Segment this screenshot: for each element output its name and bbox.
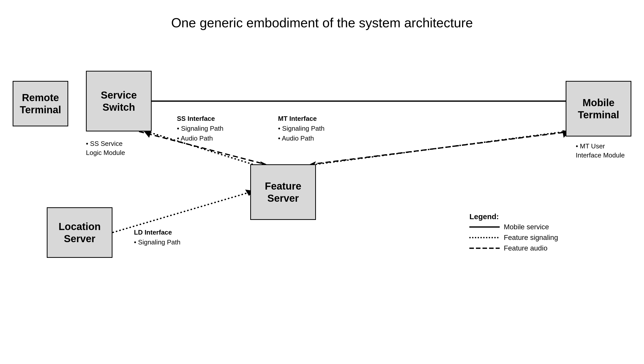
ld-interface-items: • Signaling Path <box>134 238 180 246</box>
location-server-box: LocationServer <box>47 207 112 258</box>
legend-signaling-line <box>469 235 500 240</box>
legend-audio-line <box>469 246 500 251</box>
mt-interface-items: • Signaling Path• Audio Path <box>278 125 325 142</box>
feature-server-box: FeatureServer <box>250 164 316 220</box>
ls-feature-signal-line <box>112 192 250 233</box>
feature-server-label: FeatureServer <box>265 180 302 204</box>
mobile-terminal-box: MobileTerminal <box>566 81 631 136</box>
mt-interface-label: MT Interface • Signaling Path• Audio Pat… <box>278 114 325 143</box>
mt-feature-signal-line <box>316 131 566 164</box>
legend-item-audio: Feature audio <box>469 244 558 252</box>
remote-terminal-box: Remote Terminal <box>13 81 68 126</box>
mt-feature-audio-line <box>311 131 571 164</box>
mt-interface-title: MT Interface <box>278 115 317 122</box>
legend-item-signaling: Feature signaling <box>469 234 558 242</box>
ss-interface-title: SS Interface <box>177 115 215 122</box>
diagram-container: Remote Terminal ServiceSwitch MobileTerm… <box>0 40 644 364</box>
legend-item-mobile: Mobile service <box>469 223 558 231</box>
ss-service-label: • SS Service Logic Module <box>86 139 136 157</box>
remote-terminal-label: Remote Terminal <box>13 92 67 116</box>
ss-interface-items: • Signaling Path• Audio Path <box>177 125 223 142</box>
legend-audio-label: Feature audio <box>504 244 547 252</box>
service-switch-label: ServiceSwitch <box>101 89 137 113</box>
legend-title: Legend: <box>469 212 558 221</box>
legend-mobile-label: Mobile service <box>504 223 549 231</box>
legend-mobile-line <box>469 224 500 230</box>
mt-user-label: • MT User Interface Module <box>576 142 631 160</box>
ld-interface-label: LD Interface • Signaling Path <box>134 228 180 247</box>
ld-interface-title: LD Interface <box>134 229 172 236</box>
location-server-label: LocationServer <box>59 220 101 245</box>
ss-interface-label: SS Interface • Signaling Path• Audio Pat… <box>177 114 223 143</box>
mobile-terminal-label: MobileTerminal <box>578 97 619 121</box>
legend-signaling-label: Feature signaling <box>504 234 558 242</box>
service-switch-box: ServiceSwitch <box>86 71 152 131</box>
page-title: One generic embodiment of the system arc… <box>0 0 644 30</box>
legend: Legend: Mobile service Feature signaling… <box>469 212 558 255</box>
